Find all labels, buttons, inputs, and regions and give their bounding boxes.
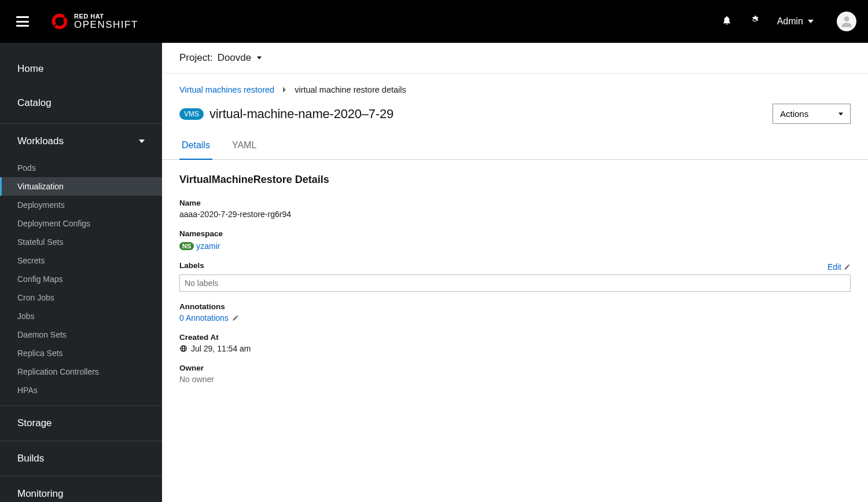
- project-label: Project:: [179, 52, 213, 64]
- sidebar-label: Workloads: [17, 135, 64, 147]
- sidebar-item-builds[interactable]: Builds: [0, 441, 162, 476]
- admin-menu[interactable]: Admin: [777, 16, 814, 27]
- redhat-icon: [50, 12, 69, 31]
- labels-box[interactable]: No labels: [179, 274, 851, 292]
- main-content: Project: Doovde Virtual machines restore…: [162, 43, 868, 502]
- details-content: VirtualMachineRestore Details Name aaaa-…: [162, 160, 868, 408]
- namespace-label: Namespace: [179, 229, 851, 238]
- annotations-link[interactable]: 0 Annotations: [179, 313, 229, 323]
- created-value: Jul 29, 11:54 am: [191, 344, 251, 353]
- sidebar-label: Builds: [17, 453, 44, 464]
- edit-label: Edit: [827, 262, 841, 272]
- breadcrumb: Virtual machines restored virtual machin…: [162, 74, 868, 100]
- sidebar-item-replica-sets[interactable]: Replica Sets: [0, 344, 162, 362]
- pencil-icon: [844, 263, 851, 270]
- product-name: OPENSHIFT: [74, 20, 138, 31]
- namespace-link[interactable]: NS yzamir: [179, 241, 220, 251]
- tab-yaml[interactable]: YAML: [230, 132, 259, 160]
- brand-name: RED HAT: [74, 13, 138, 20]
- svg-point-0: [844, 16, 849, 21]
- gear-icon[interactable]: [749, 15, 760, 28]
- globe-icon: [179, 345, 187, 353]
- sidebar-item-deployment-configs[interactable]: Deployment Configs: [0, 214, 162, 233]
- chevron-down-icon: [139, 138, 145, 144]
- avatar[interactable]: [837, 12, 856, 31]
- sidebar-item-stateful-sets[interactable]: Stateful Sets: [0, 233, 162, 251]
- sidebar-item-replication-controllers[interactable]: Replication Controllers: [0, 362, 162, 381]
- owner-label: Owner: [179, 364, 851, 372]
- field-created: Created At Jul 29, 11:54 am: [179, 333, 851, 353]
- sidebar-item-deployments[interactable]: Deployments: [0, 196, 162, 214]
- field-owner: Owner No owner: [179, 364, 851, 384]
- name-value: aaaa-2020-7-29-restore-rg6r94: [179, 210, 851, 219]
- sidebar-item-home[interactable]: Home: [0, 54, 162, 83]
- annotations-label: Annotations: [179, 302, 851, 311]
- sidebar-label: Monitoring: [17, 488, 63, 500]
- sidebar-item-hpas[interactable]: HPAs: [0, 381, 162, 400]
- owner-value: No owner: [179, 375, 851, 384]
- field-annotations: Annotations 0 Annotations: [179, 302, 851, 323]
- section-title: VirtualMachineRestore Details: [179, 174, 851, 186]
- top-header: RED HAT OPENSHIFT Admin: [0, 0, 868, 43]
- namespace-badge: NS: [179, 242, 194, 250]
- project-bar: Project: Doovde: [162, 43, 868, 74]
- sidebar-item-storage[interactable]: Storage: [0, 405, 162, 441]
- sidebar-item-cron-jobs[interactable]: Cron Jobs: [0, 288, 162, 307]
- name-label: Name: [179, 199, 851, 207]
- menu-toggle-button[interactable]: [16, 16, 29, 27]
- chevron-right-icon: [282, 87, 286, 93]
- namespace-value: yzamir: [196, 241, 220, 251]
- field-name: Name aaaa-2020-7-29-restore-rg6r94: [179, 199, 851, 219]
- tabs: Details YAML: [162, 132, 868, 160]
- bell-icon[interactable]: [722, 15, 732, 28]
- sidebar-item-jobs[interactable]: Jobs: [0, 307, 162, 325]
- project-value: Doovde: [218, 52, 252, 64]
- caret-down-icon: [257, 56, 262, 60]
- sidebar-label: Storage: [17, 417, 52, 429]
- sidebar: Home Catalog Workloads Pods Virtualizati…: [0, 43, 162, 502]
- sidebar-item-config-maps[interactable]: Config Maps: [0, 270, 162, 288]
- header-left: RED HAT OPENSHIFT: [16, 12, 138, 31]
- breadcrumb-parent-link[interactable]: Virtual machines restored: [179, 85, 274, 94]
- project-selector[interactable]: Doovde: [218, 52, 262, 64]
- chevron-down-icon: [808, 19, 814, 24]
- logo[interactable]: RED HAT OPENSHIFT: [50, 12, 138, 31]
- title-row: VMS virtual-machine-name-2020–7-29 Actio…: [162, 100, 868, 132]
- caret-down-icon: [838, 112, 843, 116]
- admin-label: Admin: [777, 16, 803, 27]
- sidebar-item-workloads[interactable]: Workloads: [0, 123, 162, 159]
- sidebar-item-pods[interactable]: Pods: [0, 159, 162, 177]
- page-title: virtual-machine-name-2020–7-29: [209, 107, 393, 122]
- field-namespace: Namespace NS yzamir: [179, 229, 851, 251]
- resource-badge: VMS: [179, 108, 204, 120]
- logo-text: RED HAT OPENSHIFT: [74, 13, 138, 31]
- sidebar-item-catalog[interactable]: Catalog: [0, 83, 162, 118]
- sidebar-item-secrets[interactable]: Secrets: [0, 251, 162, 270]
- breadcrumb-current: virtual machine restore details: [295, 85, 406, 94]
- user-icon: [839, 14, 854, 29]
- sidebar-item-monitoring[interactable]: Monitoring: [0, 476, 162, 502]
- sidebar-item-virtualization[interactable]: Virtualization: [0, 177, 162, 196]
- tab-details[interactable]: Details: [179, 132, 212, 160]
- field-labels: Labels Edit No labels: [179, 261, 851, 292]
- header-right: Admin: [722, 12, 856, 31]
- labels-label: Labels: [179, 261, 204, 270]
- edit-labels-link[interactable]: Edit: [827, 262, 851, 272]
- actions-label: Actions: [780, 109, 808, 119]
- sidebar-sub-workloads: Pods Virtualization Deployments Deployme…: [0, 159, 162, 405]
- pencil-icon[interactable]: [232, 314, 239, 321]
- sidebar-item-daemon-sets[interactable]: Daemon Sets: [0, 325, 162, 344]
- actions-button[interactable]: Actions: [773, 104, 851, 124]
- created-label: Created At: [179, 333, 851, 342]
